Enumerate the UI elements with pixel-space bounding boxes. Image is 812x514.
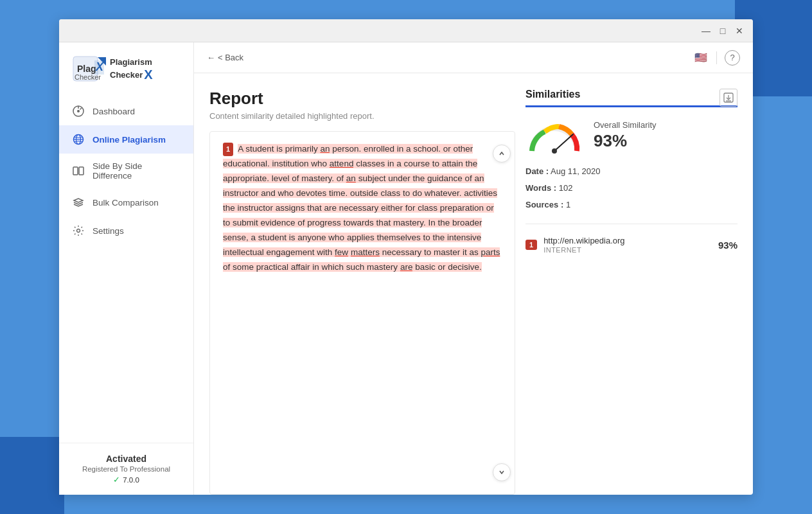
maximize-button[interactable]: □ [714, 22, 731, 39]
app-body: Plag Checker X Plagiarism Checker X [59, 42, 753, 495]
logo-icon: Plag Checker X [72, 55, 107, 84]
meta-date: Date : Aug 11, 2020 [525, 163, 737, 180]
svg-text:Plag: Plag [77, 64, 96, 74]
gauge-area: Overall Similarity 93% [525, 118, 737, 153]
source-type-1: INTERNET [543, 246, 712, 254]
topbar-divider [716, 51, 717, 64]
highlighted-text-10: parts [481, 247, 500, 257]
logo-area: Plag Checker X Plagiarism Checker X [59, 49, 193, 97]
version-number: 7.0.0 [123, 476, 139, 484]
overall-similarity-info: Overall Similarity 93% [594, 120, 657, 151]
overall-sim-label: Overall Similarity [594, 120, 657, 130]
svg-text:X: X [95, 60, 104, 73]
meta-info: Date : Aug 11, 2020 Words : 102 Sources … [525, 163, 737, 213]
highlighted-text-11: are [400, 262, 413, 272]
source-pct-1: 93% [718, 240, 737, 251]
similarities-panel: Similarities [525, 89, 737, 495]
date-label: Date : [525, 166, 549, 176]
columns-icon [72, 164, 85, 177]
source-num-badge-1: 1 [525, 240, 537, 250]
sources-value: 1 [566, 200, 570, 209]
check-icon: ✓ [113, 475, 120, 484]
logo-line1: Plagiarism [110, 57, 153, 67]
words-label: Words : [525, 183, 556, 193]
highlighted-text-4: attend [330, 159, 354, 168]
highlighted-text-6: an [346, 173, 356, 183]
app-window: — □ ✕ Plag Checker X Pl [59, 19, 753, 495]
sidebar-label-dashboard: Dashboard [93, 107, 135, 116]
sidebar-item-side-by-side[interactable]: Side By Side Difference [59, 154, 193, 188]
svg-rect-12 [79, 167, 84, 175]
gear-icon [72, 224, 85, 237]
source-info-1: http://en.wikipedia.org INTERNET [543, 236, 712, 254]
svg-line-7 [80, 108, 82, 110]
sidebar-label-settings: Settings [93, 226, 124, 236]
globe-icon [72, 133, 85, 146]
back-chevron: ← [207, 53, 215, 62]
svg-point-5 [77, 110, 80, 112]
report-subtitle: Content similarity detailed highlighted … [209, 111, 515, 121]
title-bar: — □ ✕ [59, 19, 753, 42]
source-badge-1: 1 [223, 143, 233, 156]
svg-line-17 [554, 134, 573, 151]
highlighted-text-9: matters [351, 247, 380, 257]
highlighted-text-8: few [335, 247, 348, 257]
report-title: Report [209, 89, 515, 109]
top-bar: ← < Back 🇺🇸 ? [194, 42, 753, 73]
activated-label: Activated [69, 454, 183, 464]
report-section: Report Content similarity detailed highl… [209, 89, 515, 495]
registered-label: Registered To Professional [69, 465, 183, 473]
source-url-1[interactable]: http://en.wikipedia.org [543, 236, 712, 245]
sidebar-item-online-plagiarism[interactable]: Online Plagiarism [59, 125, 193, 154]
main-content: ← < Back 🇺🇸 ? [194, 42, 753, 495]
similarities-header: Similarities [525, 89, 737, 107]
close-button[interactable]: ✕ [731, 22, 748, 39]
back-label: < Back [218, 53, 243, 62]
meta-sources: Sources : 1 [525, 197, 737, 213]
logo-line2: Checker [110, 70, 143, 80]
help-button[interactable]: ? [725, 50, 740, 66]
gauge-chart [525, 118, 583, 153]
version-label: ✓ 7.0.0 [69, 475, 183, 484]
source-divider [525, 224, 737, 224]
overall-sim-percent: 93% [594, 131, 657, 151]
export-button[interactable] [719, 89, 737, 107]
logo-x: X [144, 67, 152, 82]
language-flag[interactable]: 🇺🇸 [693, 53, 709, 63]
highlighted-text-2: an [320, 144, 330, 154]
highlighted-text-1: A student is primarily [238, 144, 320, 154]
sources-label: Sources : [525, 200, 563, 209]
sidebar-label-side-by-side: Side By Side Difference [93, 161, 181, 181]
svg-point-18 [552, 148, 557, 154]
report-scroll-area: 1 A student is primarily an person. enro… [209, 131, 515, 495]
dashboard-icon [72, 105, 85, 118]
sidebar-item-dashboard[interactable]: Dashboard [59, 97, 193, 125]
scroll-down-button[interactable] [493, 463, 511, 481]
date-value: Aug 11, 2020 [551, 166, 600, 176]
svg-point-13 [77, 229, 80, 233]
back-button[interactable]: ← < Back [207, 53, 243, 62]
scroll-up-button[interactable] [493, 145, 511, 163]
sidebar-item-settings[interactable]: Settings [59, 217, 193, 245]
sidebar: Plag Checker X Plagiarism Checker X [59, 42, 194, 495]
report-text-content: 1 A student is primarily an person. enro… [210, 132, 515, 494]
sidebar-label-bulk-comparison: Bulk Comparison [93, 198, 159, 208]
sidebar-footer: Activated Registered To Professional ✓ 7… [59, 443, 193, 495]
svg-rect-11 [73, 167, 78, 175]
sidebar-item-bulk-comparison[interactable]: Bulk Comparison [59, 188, 193, 217]
meta-words: Words : 102 [525, 180, 737, 197]
source-item-1: 1 http://en.wikipedia.org INTERNET 93% [525, 232, 737, 258]
sidebar-label-online-plagiarism: Online Plagiarism [93, 135, 166, 145]
words-value: 102 [559, 183, 573, 193]
layers-icon [72, 196, 85, 209]
content-area: Report Content similarity detailed highl… [194, 73, 753, 495]
highlighted-text-7: subject under the guidance of an instruc… [223, 173, 497, 257]
minimize-button[interactable]: — [698, 22, 714, 39]
